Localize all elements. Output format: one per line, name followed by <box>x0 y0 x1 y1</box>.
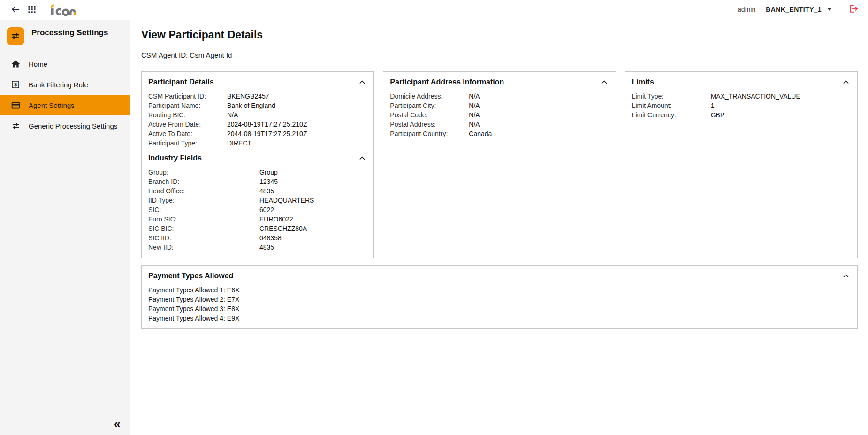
field-value: 4835 <box>259 186 274 196</box>
field-row: Head Office:4835 <box>148 186 367 196</box>
field-row: SIC:6022 <box>148 205 367 214</box>
chevron-up-icon <box>841 271 851 281</box>
industry-fields-header: Industry Fields <box>148 153 367 163</box>
field-label: Participant Country: <box>390 129 469 138</box>
field-row: SIC BIC:CRESCHZZ80A <box>148 224 367 233</box>
topbar-right: admin BANK_ENTITY_1 <box>738 2 860 16</box>
sidebar-item-label: Home <box>29 60 47 68</box>
field-value: N/A <box>469 101 480 110</box>
arrow-left-icon <box>10 4 21 15</box>
caret-down-icon <box>827 8 832 11</box>
entity-name: BANK_ENTITY_1 <box>766 6 822 13</box>
field-label: Group: <box>148 168 259 177</box>
field-label: Postal Address: <box>390 120 469 129</box>
field-value: BKENGB2457 <box>227 92 269 101</box>
field-value: 048358 <box>259 233 282 243</box>
field-value: GBP <box>711 110 725 120</box>
field-row: Participant Country:Canada <box>390 129 609 138</box>
field-label: IID Type: <box>148 196 259 205</box>
sidebar-item-agent-settings[interactable]: Agent Settings <box>0 95 130 115</box>
back-button[interactable] <box>8 2 23 16</box>
sidebar-item-home[interactable]: Home <box>0 53 130 74</box>
card-header: Participant Address Information <box>390 77 609 87</box>
field-label: Limit Amount: <box>632 101 711 110</box>
field-value: MAX_TRANSACTION_VALUE <box>711 92 800 101</box>
field-row: Participant Name:Bank of England <box>148 101 367 110</box>
sidebar-item-bank-filtering-rule[interactable]: $ Bank Filtering Rule <box>0 74 130 95</box>
app-logo[interactable] <box>50 3 77 16</box>
collapse-toggle[interactable] <box>600 77 609 87</box>
field-row: Euro SIC:EURO6022 <box>148 214 367 224</box>
payment-types-card: Payment Types Allowed Payment Types Allo… <box>141 265 858 329</box>
field-row: CSM Participant ID:BKENGB2457 <box>148 92 367 101</box>
field-label: SIC IID: <box>148 233 259 243</box>
field-row: Active From Date:2024-08-19T17:27:25.210… <box>148 120 367 129</box>
field-rows: Limit Type:MAX_TRANSACTION_VALUE Limit A… <box>632 92 851 120</box>
payment-line: Payment Types Allowed 3: E8X <box>148 304 851 313</box>
apps-grid-icon <box>27 5 37 14</box>
field-value: Bank of England <box>227 101 275 110</box>
field-label: SIC: <box>148 205 259 214</box>
chevron-up-icon <box>358 153 367 163</box>
field-value: Group <box>259 168 278 177</box>
csm-agent-id: CSM Agent ID: Csm Agent Id <box>141 51 858 59</box>
field-row: New IID:4835 <box>148 243 367 252</box>
logout-button[interactable] <box>847 2 860 16</box>
limits-card: Limits Limit Type:MAX_TRANSACTION_VALUE … <box>625 71 858 258</box>
field-label: Participant Name: <box>148 101 227 110</box>
field-row: Domicile Address:N/A <box>390 92 609 101</box>
card-header: Participant Details <box>148 77 367 87</box>
field-label: Domicile Address: <box>390 92 469 101</box>
field-label: Postal Code: <box>390 110 469 120</box>
field-value: HEADQUARTERS <box>259 196 314 205</box>
entity-selector[interactable]: BANK_ENTITY_1 <box>763 5 835 14</box>
sidebar-collapse-button[interactable]: « <box>111 418 123 430</box>
field-row: Participant Type:DIRECT <box>148 138 367 148</box>
field-value: N/A <box>469 92 480 101</box>
card-title: Payment Types Allowed <box>148 272 233 280</box>
field-row: Postal Address:N/A <box>390 120 609 129</box>
tune-icon <box>10 121 21 131</box>
credit-card-icon <box>10 100 21 110</box>
apps-grid-button[interactable] <box>25 3 38 16</box>
chevron-up-icon <box>841 77 851 87</box>
collapse-toggle[interactable] <box>841 77 851 87</box>
field-label: Routing BIC: <box>148 110 227 120</box>
collapse-toggle[interactable] <box>841 271 851 281</box>
home-icon <box>10 59 21 69</box>
main-content: View Participant Details CSM Agent ID: C… <box>131 20 868 435</box>
field-row: Limit Type:MAX_TRANSACTION_VALUE <box>632 92 851 101</box>
field-row: Branch ID:12345 <box>148 177 367 186</box>
sidebar-header: Processing Settings <box>0 20 130 50</box>
field-value: 2044-08-19T17:27:25.210Z <box>227 129 307 138</box>
field-label: CSM Participant ID: <box>148 92 227 101</box>
participant-details-card: Participant Details CSM Participant ID:B… <box>141 71 374 258</box>
sidebar-item-generic-processing-settings[interactable]: Generic Processing Settings <box>0 115 130 136</box>
field-row: IID Type:HEADQUARTERS <box>148 196 367 205</box>
field-value: 6022 <box>259 205 274 214</box>
field-value: 1 <box>711 101 715 110</box>
payment-line: Payment Types Allowed 1: E6X <box>148 285 851 295</box>
card-header: Payment Types Allowed <box>148 271 851 281</box>
chevron-up-icon <box>600 77 609 87</box>
field-value: 12345 <box>259 177 278 186</box>
sidebar-item-label: Agent Settings <box>29 101 75 109</box>
collapse-toggle[interactable] <box>358 77 367 87</box>
processing-settings-tile <box>7 27 24 45</box>
field-value: 4835 <box>259 243 274 252</box>
card-title: Limits <box>632 78 654 86</box>
page-title: View Participant Details <box>141 29 858 41</box>
field-label: Active To Date: <box>148 129 227 138</box>
field-value: EURO6022 <box>259 214 293 224</box>
collapse-toggle[interactable] <box>358 153 367 163</box>
chevron-up-icon <box>358 77 367 87</box>
field-value: CRESCHZZ80A <box>259 224 307 233</box>
topbar: admin BANK_ENTITY_1 <box>0 0 868 19</box>
logout-icon <box>848 3 859 14</box>
payment-lines: Payment Types Allowed 1: E6X Payment Typ… <box>148 285 851 323</box>
field-label: Limit Type: <box>632 92 711 101</box>
card-title: Participant Details <box>148 78 214 86</box>
field-value: Canada <box>469 129 492 138</box>
icon-logo <box>50 3 77 16</box>
card-title: Participant Address Information <box>390 78 504 86</box>
